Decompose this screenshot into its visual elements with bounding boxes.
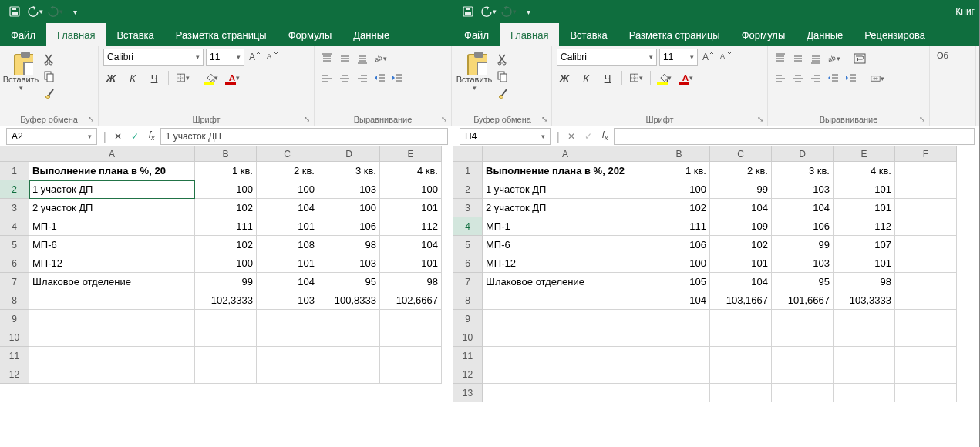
tab-layout[interactable]: Разметка страницы: [618, 23, 731, 46]
font-launcher-icon[interactable]: ⤡: [756, 115, 765, 124]
undo-icon[interactable]: ▾: [26, 3, 43, 20]
bold-button[interactable]: Ж: [103, 70, 119, 86]
bold-button[interactable]: Ж: [557, 70, 572, 86]
cell[interactable]: 102,6667: [380, 291, 442, 310]
column-header[interactable]: E: [380, 146, 442, 162]
row-header[interactable]: 5: [453, 236, 483, 254]
cell[interactable]: [380, 310, 442, 328]
cell[interactable]: [710, 384, 772, 402]
align-center-icon[interactable]: [337, 71, 352, 86]
format-painter-icon[interactable]: [495, 86, 510, 101]
font-color-icon[interactable]: A▾: [679, 70, 694, 86]
cell[interactable]: [648, 365, 710, 384]
row-header[interactable]: 9: [453, 310, 483, 328]
cell[interactable]: 95: [318, 273, 380, 291]
cell[interactable]: 3 кв.: [318, 162, 380, 180]
tab-data[interactable]: Данные: [342, 23, 400, 46]
cell[interactable]: 101: [710, 254, 772, 273]
enter-formula-icon[interactable]: ✓: [126, 131, 143, 142]
cell[interactable]: 100,8333: [318, 291, 380, 310]
cell[interactable]: МП-1: [483, 217, 648, 236]
qat-customize-icon[interactable]: ▾: [520, 3, 537, 20]
cell[interactable]: [772, 384, 834, 402]
cell[interactable]: [772, 310, 834, 328]
clipboard-launcher-icon[interactable]: ⤡: [540, 115, 549, 124]
cell[interactable]: МП-6: [483, 236, 648, 254]
row-header[interactable]: 13: [453, 384, 483, 402]
cell[interactable]: 102: [195, 199, 257, 217]
cell[interactable]: 100: [648, 180, 710, 199]
cell[interactable]: 104: [648, 291, 710, 310]
row-header[interactable]: 1: [0, 162, 29, 180]
cell[interactable]: 100: [380, 180, 442, 199]
cell[interactable]: 4 кв.: [380, 162, 442, 180]
cell[interactable]: 107: [834, 236, 895, 254]
cell[interactable]: 103: [318, 254, 380, 273]
cancel-formula-icon[interactable]: ✕: [109, 131, 126, 142]
merge-icon[interactable]: ▾: [870, 71, 885, 86]
cell[interactable]: [895, 180, 957, 199]
cell[interactable]: [648, 384, 710, 402]
align-middle-icon[interactable]: [337, 51, 352, 66]
cell[interactable]: [895, 328, 957, 347]
cell[interactable]: [380, 347, 442, 365]
italic-button[interactable]: К: [125, 70, 140, 86]
cell[interactable]: 105: [648, 273, 710, 291]
cell[interactable]: 2 участок ДП: [29, 199, 195, 217]
paste-button[interactable]: Вставить▾: [458, 49, 490, 101]
row-header[interactable]: 6: [453, 254, 483, 273]
tab-formulas[interactable]: Формулы: [731, 23, 796, 46]
cell[interactable]: 104: [257, 273, 318, 291]
cell[interactable]: 101: [380, 199, 442, 217]
row-header[interactable]: 9: [0, 310, 29, 328]
column-header[interactable]: D: [318, 146, 380, 162]
cell[interactable]: [895, 310, 957, 328]
cell[interactable]: [895, 273, 957, 291]
align-top-icon[interactable]: [773, 51, 788, 66]
cell[interactable]: 103,3333: [834, 291, 895, 310]
cell[interactable]: [29, 347, 195, 365]
cell[interactable]: [895, 254, 957, 273]
decrease-font-icon[interactable]: A: [718, 49, 733, 65]
spreadsheet-grid[interactable]: ABCDEF12345678910111213Выполнение плана …: [453, 146, 979, 447]
column-header[interactable]: B: [648, 146, 710, 162]
cell[interactable]: [483, 328, 648, 347]
tab-review[interactable]: Рецензирова: [854, 23, 936, 46]
cell[interactable]: 100: [257, 180, 318, 199]
column-header[interactable]: C: [710, 146, 772, 162]
cell[interactable]: [895, 347, 957, 365]
cell[interactable]: 3 кв.: [772, 162, 834, 180]
align-left-icon[interactable]: [773, 71, 788, 86]
align-middle-icon[interactable]: [790, 51, 806, 66]
cell[interactable]: [257, 328, 318, 347]
cell[interactable]: [895, 365, 957, 384]
cell[interactable]: [257, 365, 318, 384]
row-header[interactable]: 8: [453, 291, 483, 310]
cell[interactable]: 109: [710, 217, 772, 236]
font-size-select[interactable]: 11▾: [206, 49, 244, 66]
italic-button[interactable]: К: [578, 70, 594, 86]
cancel-formula-icon[interactable]: ✕: [563, 131, 580, 142]
align-launcher-icon[interactable]: ⤡: [918, 115, 927, 124]
increase-font-icon[interactable]: A: [700, 49, 716, 65]
row-header[interactable]: 7: [0, 273, 29, 291]
cell[interactable]: [483, 291, 648, 310]
tab-formulas[interactable]: Формулы: [278, 23, 343, 46]
align-left-icon[interactable]: [319, 71, 335, 86]
cell[interactable]: 2 участок ДП: [483, 199, 648, 217]
cell[interactable]: [380, 328, 442, 347]
cell[interactable]: 103: [772, 180, 834, 199]
cell[interactable]: [195, 365, 257, 384]
row-header[interactable]: 10: [453, 328, 483, 347]
cell[interactable]: 1 участок ДП: [29, 180, 195, 199]
cell[interactable]: [834, 347, 895, 365]
cell[interactable]: 4 кв.: [834, 162, 895, 180]
font-name-select[interactable]: Calibri▾: [103, 49, 204, 66]
increase-indent-icon[interactable]: [844, 71, 859, 86]
cell[interactable]: [483, 365, 648, 384]
cell[interactable]: 101: [257, 217, 318, 236]
wrap-text-icon[interactable]: [852, 51, 867, 66]
cell[interactable]: [834, 384, 895, 402]
cell[interactable]: 98: [834, 273, 895, 291]
cell[interactable]: [29, 328, 195, 347]
